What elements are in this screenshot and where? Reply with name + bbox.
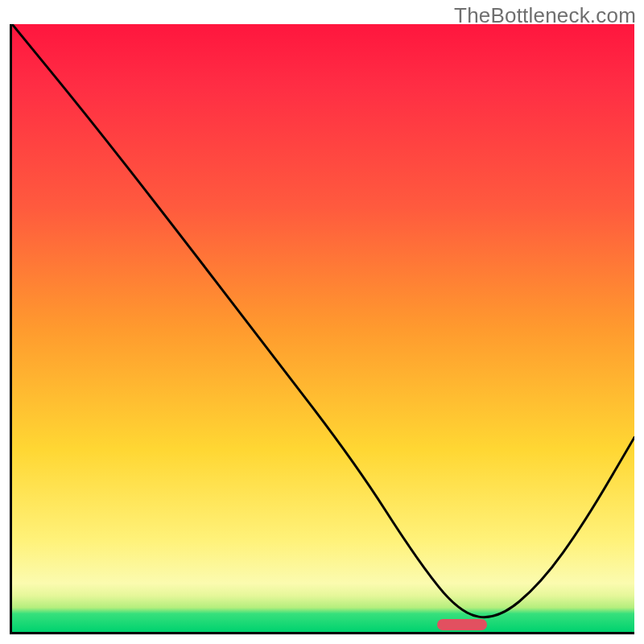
watermark-text: TheBottleneck.com	[454, 3, 636, 28]
plot-area	[10, 24, 634, 634]
bottleneck-curve	[12, 24, 634, 632]
curve-path	[12, 24, 634, 617]
chart-container: TheBottleneck.com	[0, 0, 644, 644]
optimum-marker	[437, 619, 487, 630]
